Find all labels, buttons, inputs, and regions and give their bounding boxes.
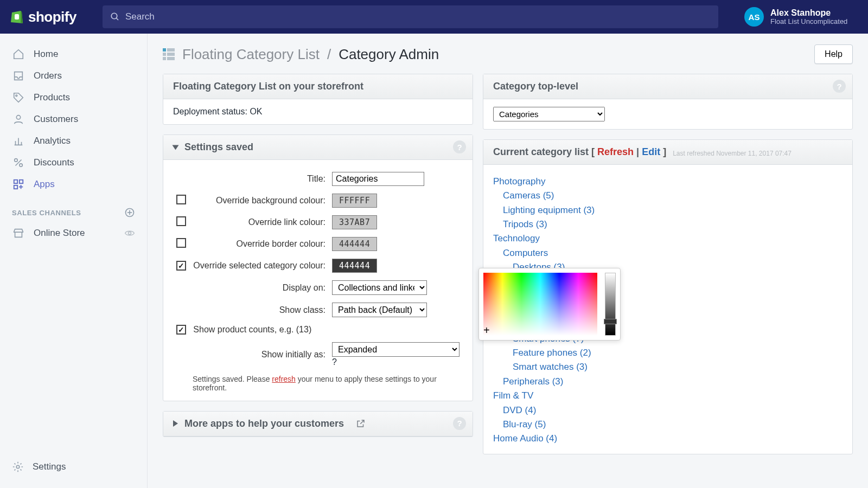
last-refreshed-timestamp: Last refreshed November 11, 2017 07:47	[673, 147, 792, 157]
toplevel-select[interactable]: Categories	[493, 107, 605, 121]
show-class-select[interactable]: Path back (Default)	[332, 303, 427, 317]
svg-line-7	[16, 160, 22, 166]
add-channel-icon[interactable]	[124, 207, 135, 218]
svg-point-14	[129, 232, 131, 235]
search-input[interactable]	[125, 11, 711, 22]
show-initially-select[interactable]: Expanded	[332, 342, 459, 357]
help-icon[interactable]: ?	[453, 140, 466, 153]
svg-rect-0	[15, 14, 19, 20]
category-link[interactable]: Cameras (5)	[503, 190, 554, 201]
nav-label: Home	[34, 49, 58, 60]
title-label: Title:	[191, 169, 329, 189]
external-link-icon[interactable]	[356, 419, 366, 428]
override-border-checkbox[interactable]	[176, 238, 186, 248]
tag-icon	[12, 91, 25, 104]
deployment-panel: Floating Category List on your storefron…	[163, 74, 473, 125]
show-initially-label: Show initially as:	[191, 339, 329, 370]
category-link[interactable]: DVD (4)	[503, 405, 536, 415]
global-search[interactable]	[103, 5, 718, 28]
spectrum-cursor-icon: +	[483, 324, 490, 337]
category-link[interactable]: Feature phones (2)	[513, 348, 591, 358]
override-selected-checkbox[interactable]	[176, 261, 186, 271]
crumb-app[interactable]: Floating Category List	[182, 46, 320, 63]
gear-icon	[12, 461, 24, 473]
help-icon[interactable]: ?	[332, 357, 337, 367]
svg-line-2	[116, 18, 118, 20]
store-name: Float List Uncomplicated	[770, 17, 847, 25]
sidebar: Home Orders Products Customers Analytics…	[0, 34, 148, 488]
nav-label: Orders	[34, 70, 62, 81]
category-link[interactable]: Blu-ray (5)	[503, 419, 546, 429]
nav-settings[interactable]: Settings	[0, 457, 147, 477]
refresh-list-link[interactable]: Refresh	[597, 146, 634, 157]
category-link[interactable]: Smart watches (3)	[513, 362, 588, 372]
svg-point-3	[16, 95, 17, 97]
border-color-swatch[interactable]: 444444	[332, 237, 377, 251]
svg-point-1	[111, 13, 117, 19]
chevron-right-icon[interactable]	[173, 420, 178, 427]
display-on-select[interactable]: Collections and linked p	[332, 280, 427, 295]
category-link[interactable]: Tripods (3)	[503, 219, 547, 229]
title-input[interactable]	[332, 172, 424, 186]
edit-list-link[interactable]: Edit	[642, 146, 660, 157]
help-icon[interactable]: ?	[833, 80, 846, 93]
breadcrumb: Floating Category List / Category Admin	[163, 46, 439, 63]
override-border-label: Override border colour:	[191, 234, 329, 254]
eye-icon[interactable]	[124, 228, 135, 239]
category-link[interactable]: Home Audio (4)	[493, 433, 557, 444]
category-link[interactable]: Technology	[493, 233, 540, 243]
slider-handle[interactable]	[604, 319, 617, 324]
show-counts-label: Show product counts, e.g. (13)	[191, 322, 462, 338]
bar-chart-icon	[12, 134, 25, 147]
category-link[interactable]: Photography	[493, 176, 545, 187]
svg-rect-17	[167, 48, 175, 52]
nav-online-store[interactable]: Online Store	[0, 222, 147, 244]
avatar: AS	[744, 7, 764, 27]
nav-discounts[interactable]: Discounts	[0, 152, 147, 174]
refresh-link[interactable]: refresh	[272, 375, 296, 383]
chevron-down-icon[interactable]	[173, 145, 179, 150]
show-counts-checkbox[interactable]	[176, 325, 186, 335]
bg-color-swatch[interactable]: FFFFFF	[332, 194, 377, 208]
nav-products[interactable]: Products	[0, 87, 147, 108]
home-icon	[12, 48, 25, 61]
show-class-label: Show class:	[191, 299, 329, 320]
brightness-slider[interactable]	[605, 273, 616, 336]
help-icon[interactable]: ?	[453, 417, 466, 430]
help-button[interactable]: Help	[814, 44, 853, 64]
svg-rect-18	[163, 53, 166, 56]
svg-point-4	[16, 115, 20, 119]
user-menu[interactable]: AS Alex Stanhope Float List Uncomplicate…	[744, 7, 858, 27]
more-apps-panel: More apps to help your customers ?	[163, 411, 473, 437]
svg-rect-21	[167, 57, 175, 60]
nav-apps[interactable]: Apps	[0, 174, 147, 195]
inbox-icon	[12, 69, 25, 82]
svg-rect-16	[163, 48, 166, 52]
selected-color-swatch[interactable]: 444444	[332, 259, 377, 273]
toplevel-panel: Category top-level? Categories	[483, 74, 853, 130]
svg-point-5	[15, 159, 18, 162]
settings-footnote: Settings saved. Please refresh your menu…	[173, 371, 463, 393]
nav-customers[interactable]: Customers	[0, 108, 147, 130]
color-spectrum[interactable]: +	[483, 273, 597, 336]
nav-label: Online Store	[34, 228, 116, 239]
panel-title: Floating Category List on your storefron…	[173, 81, 363, 92]
brand-logo[interactable]: shopify	[10, 9, 76, 25]
brand-text: shopify	[28, 9, 76, 25]
deploy-status-label: Deployment status:	[173, 107, 250, 116]
category-link[interactable]: Peripherals (3)	[503, 376, 564, 387]
color-picker-popover[interactable]: +	[478, 268, 621, 341]
nav-analytics[interactable]: Analytics	[0, 130, 147, 152]
apps-icon	[12, 178, 25, 191]
nav-orders[interactable]: Orders	[0, 65, 147, 87]
nav-home[interactable]: Home	[0, 43, 147, 65]
category-link[interactable]: Computers	[503, 248, 548, 258]
link-color-swatch[interactable]: 337AB7	[332, 215, 377, 229]
override-link-checkbox[interactable]	[176, 216, 186, 226]
override-bg-checkbox[interactable]	[176, 195, 186, 204]
category-link[interactable]: Lighting equipment (3)	[503, 205, 595, 215]
top-bar: shopify AS Alex Stanhope Float List Unco…	[0, 0, 868, 34]
svg-point-15	[16, 465, 20, 468]
panel-title: Settings saved	[184, 142, 253, 153]
category-link[interactable]: Film & TV	[493, 390, 533, 401]
